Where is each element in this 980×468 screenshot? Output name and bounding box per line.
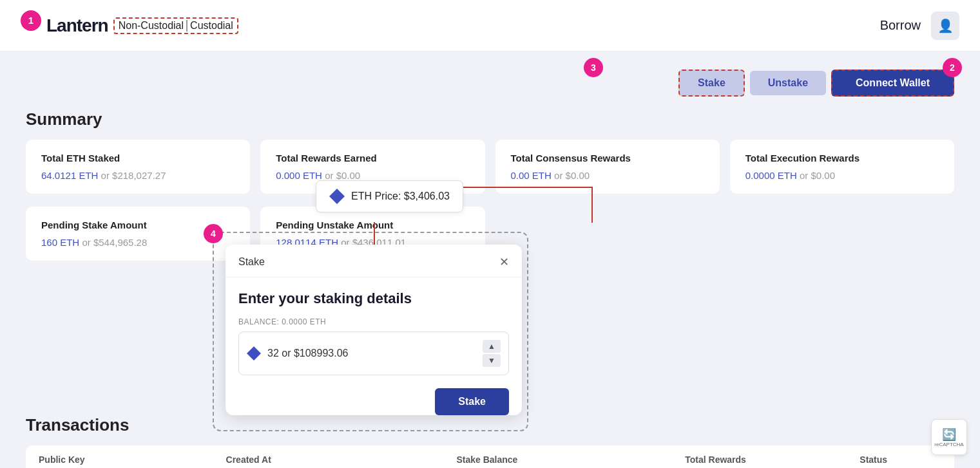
person-icon: 👤	[937, 18, 954, 33]
card-value-6: 0.0000 ETH or $0.00	[745, 170, 939, 181]
non-custodial-label[interactable]: Non-Custodial	[119, 20, 184, 32]
custody-toggle[interactable]: Non-Custodial Custodial	[113, 17, 238, 34]
card-label-5: Total Consensus Rewards	[511, 153, 704, 164]
transactions-title: Transactions	[26, 415, 954, 435]
card-execution-rewards: Total Execution Rewards 0.0000 ETH or $0…	[730, 140, 954, 194]
custody-divider	[186, 20, 187, 32]
custodial-label[interactable]: Custodial	[190, 20, 233, 32]
card-value-2: 0.000 ETH or $0.00	[276, 170, 469, 181]
summary-cards: Total ETH Staked 64.0121 ETH or $218,027…	[26, 140, 954, 194]
stake-button[interactable]: Stake	[678, 70, 745, 97]
step3-badge: 3	[584, 58, 603, 77]
borrow-link[interactable]: Borrow	[880, 18, 921, 33]
main-content: 3 2 Stake Unstake Connect Wallet Summary…	[0, 51, 980, 468]
stepper-buttons[interactable]: ▲ ▼	[483, 340, 501, 367]
col-stake-balance: Stake Balance	[443, 445, 672, 468]
connector-line-v2	[591, 187, 593, 223]
modal-stake-button[interactable]: Stake	[435, 388, 509, 415]
col-total-rewards: Total Rewards	[672, 445, 847, 468]
card-value-5: 0.00 ETH or $0.00	[511, 170, 704, 181]
increment-button[interactable]: ▲	[483, 340, 501, 353]
card-label-6: Total Execution Rewards	[745, 153, 939, 164]
amount-display: 32 or $108993.06	[267, 348, 476, 359]
step4-badge: 4	[204, 224, 223, 243]
modal-close-button[interactable]: ✕	[499, 255, 509, 269]
recaptcha-label: reCAPTCHA	[934, 442, 963, 447]
header-right: Borrow 👤	[880, 12, 959, 40]
card-value-1: 64.0121 ETH or $218,027.27	[41, 170, 235, 181]
col-public-key: Public Key	[26, 445, 213, 468]
stake-modal: Stake ✕ Enter your staking details BALAN…	[226, 245, 522, 415]
step2-badge: 2	[943, 58, 962, 77]
modal-body: Enter your staking details BALANCE: 0.00…	[226, 277, 522, 404]
card-label-1: Total ETH Staked	[41, 153, 235, 164]
modal-header: Stake ✕	[226, 245, 522, 277]
eth-price-tooltip: ETH Price: $3,406.03	[316, 180, 463, 212]
wallet-icon-button[interactable]: 👤	[931, 12, 959, 40]
decrement-button[interactable]: ▼	[483, 354, 501, 367]
amount-input-row[interactable]: 32 or $108993.06 ▲ ▼	[238, 332, 509, 375]
card-label-4: Pending Unstake Amount	[276, 220, 469, 230]
summary-title: Summary	[26, 109, 954, 129]
connect-wallet-button[interactable]: Connect Wallet	[831, 70, 954, 97]
recaptcha-badge: 🔄 reCAPTCHA	[931, 419, 967, 455]
card-total-eth-staked: Total ETH Staked 64.0121 ETH or $218,027…	[26, 140, 250, 194]
eth-price-label: ETH Price: $3,406.03	[351, 191, 450, 202]
col-created-at: Created At	[213, 445, 444, 468]
transactions-section: Transactions Public Key Created At Stake…	[26, 415, 954, 468]
transactions-table: Public Key Created At Stake Balance Tota…	[26, 445, 954, 468]
eth-diamond-icon	[329, 189, 345, 204]
card-consensus-rewards: Total Consensus Rewards 0.00 ETH or $0.0…	[495, 140, 720, 194]
table-header-row: Public Key Created At Stake Balance Tota…	[26, 445, 954, 468]
modal-title: Stake	[238, 256, 265, 268]
action-bar: 3 2 Stake Unstake Connect Wallet	[26, 70, 954, 97]
logo: Lantern	[46, 15, 108, 36]
step1-badge: 1	[21, 10, 41, 31]
balance-label: BALANCE: 0.0000 ETH	[238, 317, 509, 326]
header: 1 Lantern Non-Custodial Custodial Borrow…	[0, 0, 980, 51]
eth-icon-input	[247, 346, 261, 360]
card-label-2: Total Rewards Earned	[276, 153, 469, 164]
header-left: 1 Lantern Non-Custodial Custodial	[21, 15, 238, 36]
modal-heading: Enter your staking details	[238, 290, 509, 307]
unstake-button[interactable]: Unstake	[750, 71, 826, 95]
